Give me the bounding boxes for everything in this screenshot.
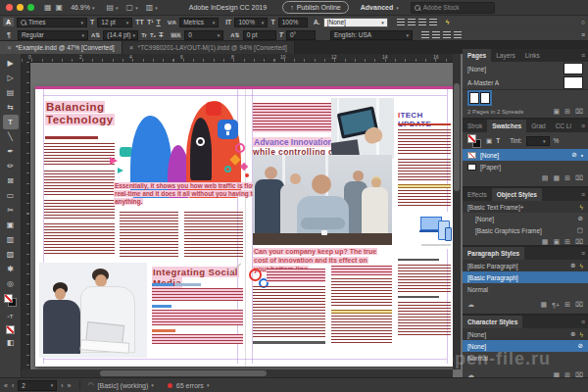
panel-options-icon[interactable]: ○ [581,19,585,25]
last-page-button[interactable]: » [68,382,72,389]
font-style-field[interactable]: Regular▾ [18,30,88,40]
edit-page-size-icon[interactable]: ▣ [553,108,560,116]
justify-icon[interactable] [429,19,437,25]
tab-character-styles[interactable]: Character Styles [463,316,522,328]
master-none-row[interactable]: [None] [463,62,588,75]
view-options-dropdown[interactable]: ▤▾ [107,4,119,12]
zoom-tool[interactable]: ◎ [3,276,19,291]
superscript-icon[interactable]: T¹ [147,19,154,25]
direct-selection-tool[interactable]: ▷ [3,71,19,85]
cc-sync-icon[interactable]: ☁ [467,301,474,309]
align-top-icon[interactable] [421,31,429,38]
minimize-window-icon[interactable] [17,4,24,11]
tab-layers[interactable]: Layers [491,49,520,62]
swatch-row-none[interactable]: [None] ⊘ ▪ [463,149,588,161]
tint-field[interactable]: ▾ [526,136,550,146]
next-page-button[interactable]: › [61,382,63,389]
delete-style-icon[interactable]: ⌧ [575,238,583,246]
quick-apply-icon[interactable]: ϟ [580,204,583,211]
new-style-icon[interactable]: ⊞ [564,238,570,246]
quick-apply-icon[interactable]: ϟ [580,331,583,338]
spread-row[interactable] [463,89,588,106]
selection-tool[interactable]: ▶ [3,56,19,71]
tab-gradient[interactable]: Grad [526,120,550,132]
screen-mode-button[interactable]: ◧ [3,335,19,350]
zoom-level-dropdown[interactable]: 46.9%▾ [71,4,94,11]
tab-paragraph-styles[interactable]: Paragraph Styles [463,247,524,260]
pen-tool[interactable]: ✒ [3,144,19,159]
style-group-icon[interactable]: ▦ [541,301,548,309]
container-format-icon[interactable]: ▣ [486,137,492,145]
clear-overrides-icon[interactable]: ¶+ [552,302,560,309]
first-page-button[interactable]: « [4,382,8,389]
bridge-icon[interactable]: ▦ [44,4,52,12]
apply-none-button[interactable] [3,325,19,335]
tab-links[interactable]: Links [520,49,545,62]
kerning-field[interactable]: Metrics▾ [179,18,219,27]
align-right-icon[interactable] [418,19,426,25]
align-center-icon[interactable] [408,19,416,25]
close-window-icon[interactable] [6,4,13,11]
page-number-field[interactable]: 2▾ [18,380,57,391]
all-caps-icon[interactable]: TT [135,19,144,25]
free-transform-tool[interactable]: ▣ [3,218,19,232]
quick-apply-icon[interactable]: ϟ [580,263,583,270]
horizontal-scale-field[interactable]: 100% [278,18,308,27]
object-style-row-graphics[interactable]: [Basic Graphics Frame] ▢ [463,224,588,236]
baseline-shift-field[interactable]: 0 pt [243,30,276,40]
horizontal-scrollbar-thumb[interactable] [100,370,267,376]
align-left-icon[interactable] [397,19,405,25]
master-a-row[interactable]: A-Master A [463,75,588,89]
fill-stroke-proxy[interactable] [467,134,482,148]
new-page-icon[interactable]: ⊞ [564,108,570,116]
tab-swatches[interactable]: Swatches [487,120,526,132]
horizontal-scrollbar[interactable] [22,369,453,377]
selected-spread-thumbnails[interactable] [467,90,492,106]
panel-menu-icon[interactable]: ≡ [578,49,588,62]
zoom-window-icon[interactable] [27,4,34,11]
tab-stroke[interactable]: Strok [463,120,487,132]
rectangle-frame-tool[interactable]: ⊠ [3,173,19,188]
page-tool[interactable]: ▤ [3,85,19,100]
document-tab-layout[interactable]: ✕ *TC9980201-LAYOUT-M(1).indd @ 94% [Con… [122,41,295,54]
type-tool[interactable]: T [3,115,19,129]
tab-cc-libraries[interactable]: CC Li [551,120,576,132]
previous-page-button[interactable]: ‹ [12,382,14,389]
paragraph-formatting-icon[interactable]: ¶ [3,30,15,39]
align-bottom-icon[interactable] [443,31,451,38]
close-tab-icon[interactable]: ✕ [129,44,134,51]
style-group-icon[interactable]: ▦ [542,238,549,246]
fill-stroke-proxy[interactable] [3,293,19,309]
clear-overrides-icon[interactable]: ▣ [553,238,560,246]
subscript-icon[interactable]: T₂ [150,32,156,38]
new-swatch-icon[interactable]: ⊞ [564,174,570,182]
tracking-field[interactable]: 0▾ [184,30,223,40]
arrange-documents-dropdown[interactable]: ▥▾ [146,4,158,12]
tab-object-styles[interactable]: Object Styles [492,188,542,201]
quick-apply-icon[interactable]: ϟ [446,19,450,25]
control-panel-menu-icon[interactable]: ≡ [581,31,585,38]
tab-pages[interactable]: Pages [463,49,491,62]
leading-field[interactable]: (14.4 pt)▾ [103,30,138,40]
font-size-field[interactable]: 12 pt▾ [97,18,132,27]
workspace-switcher[interactable]: Advanced▾ [361,4,399,11]
vertical-scale-field[interactable]: 100%▾ [234,18,268,27]
panel-menu-icon[interactable]: ≡ [578,120,588,132]
horizontal-ruler[interactable]: 0 2 4 6 8 10 12 14 16 [22,54,453,63]
small-caps-icon[interactable]: Tr [141,32,147,38]
vertical-scrollbar-thumb[interactable] [454,83,460,191]
panel-menu-icon[interactable]: ≡ [578,247,588,260]
delete-swatch-icon[interactable]: ⌧ [575,174,583,182]
object-style-row-none[interactable]: [None] ⊘ [463,213,588,224]
gradient-swatch-tool[interactable]: ▥ [3,232,19,247]
preflight-profile-dropdown[interactable]: [Basic] (working)▾ [98,382,154,389]
stock-icon[interactable]: ▣ [56,4,64,12]
delete-page-icon[interactable]: ⌧ [575,108,583,116]
character-formatting-icon[interactable]: A [3,18,14,26]
document-tab-example[interactable]: ✕ *Example.indd @ 47% [Converted] [0,41,122,54]
vertical-scrollbar[interactable] [453,54,461,369]
align-justify-vertical-icon[interactable] [454,31,462,38]
document-spread[interactable]: Balancing Technology [35,86,455,367]
paragraph-style-row-basic[interactable]: [Basic Paragraph] [463,271,588,283]
publish-online-button[interactable]: ↑ Publish Online [282,1,349,14]
